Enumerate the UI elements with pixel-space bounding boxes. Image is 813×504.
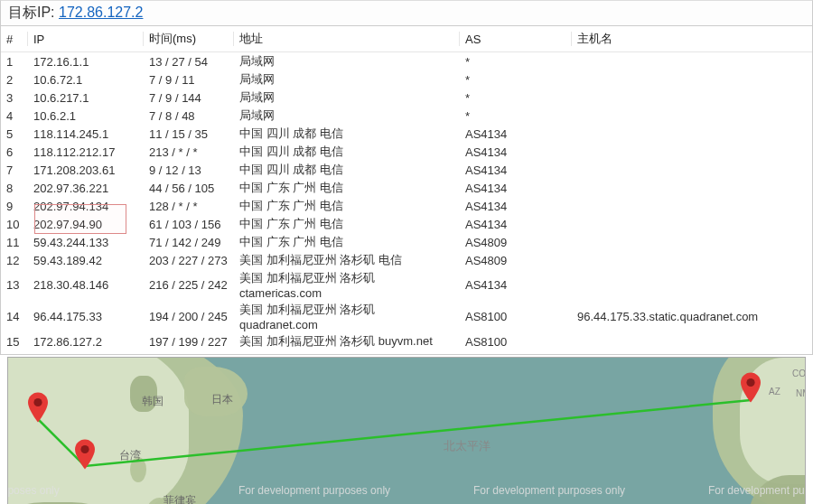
cell-ip: 59.43.189.42 bbox=[28, 251, 144, 269]
table-row[interactable]: 1172.16.1.113 / 27 / 54局域网* bbox=[1, 52, 812, 71]
table-row[interactable]: 310.6.217.17 / 9 / 144局域网* bbox=[1, 89, 812, 107]
cell-host bbox=[572, 125, 812, 143]
cell-n: 8 bbox=[1, 179, 28, 197]
table-row[interactable]: 9202.97.94.134128 / * / *中国 广东 广州 电信AS41… bbox=[1, 197, 812, 215]
col-header-as[interactable]: AS bbox=[460, 26, 572, 52]
cell-ip: 172.86.127.2 bbox=[28, 332, 144, 350]
cell-time: 194 / 200 / 245 bbox=[144, 301, 234, 332]
svg-point-1 bbox=[80, 445, 89, 453]
cell-addr: 美国 加利福尼亚州 洛杉矶 电信 bbox=[234, 251, 460, 269]
map-label-taiwan: 台湾 bbox=[119, 448, 141, 463]
cell-addr: 中国 广东 广州 电信 bbox=[234, 233, 460, 251]
cell-as: AS8100 bbox=[460, 301, 572, 332]
traceroute-table: # IP 时间(ms) 地址 AS 主机名 1172.16.1.113 / 27… bbox=[1, 26, 812, 350]
cell-time: 71 / 142 / 249 bbox=[144, 233, 234, 251]
cell-n: 1 bbox=[1, 52, 28, 71]
cell-time: 203 / 227 / 273 bbox=[144, 251, 234, 269]
cell-host bbox=[572, 251, 812, 269]
cell-time: 44 / 56 / 105 bbox=[144, 179, 234, 197]
traceroute-table-container: # IP 时间(ms) 地址 AS 主机名 1172.16.1.113 / 27… bbox=[0, 26, 813, 355]
cell-n: 15 bbox=[1, 332, 28, 350]
dev-text-3: For development purposes only bbox=[473, 484, 625, 497]
map-label-ph: 菲律宾 bbox=[164, 493, 196, 504]
cell-time: 9 / 12 / 13 bbox=[144, 161, 234, 179]
table-row[interactable]: 8202.97.36.22144 / 56 / 105中国 广东 广州 电信AS… bbox=[1, 179, 812, 197]
cell-host bbox=[572, 332, 812, 350]
col-header-host[interactable]: 主机名 bbox=[572, 26, 812, 52]
cell-n: 6 bbox=[1, 143, 28, 161]
cell-addr: 中国 四川 成都 电信 bbox=[234, 161, 460, 179]
table-row[interactable]: 10202.97.94.9061 / 103 / 156中国 广东 广州 电信A… bbox=[1, 215, 812, 233]
cell-host bbox=[572, 107, 812, 125]
cell-ip: 118.112.212.17 bbox=[28, 143, 144, 161]
cell-n: 11 bbox=[1, 233, 28, 251]
table-row[interactable]: 5118.114.245.111 / 15 / 35中国 四川 成都 电信AS4… bbox=[1, 125, 812, 143]
cell-as: AS4809 bbox=[460, 233, 572, 251]
cell-n: 13 bbox=[1, 269, 28, 301]
col-header-addr[interactable]: 地址 bbox=[234, 26, 460, 52]
cell-addr: 美国 加利福尼亚州 洛杉矶 ctamericas.com bbox=[234, 269, 460, 301]
cell-addr: 中国 四川 成都 电信 bbox=[234, 125, 460, 143]
map-marker-1[interactable] bbox=[28, 392, 48, 423]
cell-addr: 局域网 bbox=[234, 70, 460, 89]
table-row[interactable]: 210.6.72.17 / 9 / 11局域网* bbox=[1, 70, 812, 89]
table-row[interactable]: 1259.43.189.42203 / 227 / 273美国 加利福尼亚州 洛… bbox=[1, 251, 812, 269]
cell-n: 12 bbox=[1, 251, 28, 269]
cell-addr: 中国 广东 广州 电信 bbox=[234, 197, 460, 215]
cell-as: AS4809 bbox=[460, 251, 572, 269]
cell-as: AS4134 bbox=[460, 197, 572, 215]
cell-addr: 局域网 bbox=[234, 107, 460, 125]
cell-ip: 10.6.72.1 bbox=[28, 70, 144, 89]
cell-as: AS8100 bbox=[460, 332, 572, 350]
target-ip-link[interactable]: 172.86.127.2 bbox=[59, 5, 143, 20]
table-row[interactable]: 1496.44.175.33194 / 200 / 245美国 加利福尼亚州 洛… bbox=[1, 301, 812, 332]
cell-host bbox=[572, 89, 812, 107]
cell-as: AS4134 bbox=[460, 143, 572, 161]
table-row[interactable]: 6118.112.212.17213 / * / *中国 四川 成都 电信AS4… bbox=[1, 143, 812, 161]
table-row[interactable]: 7171.208.203.619 / 12 / 13中国 四川 成都 电信AS4… bbox=[1, 161, 812, 179]
cell-ip: 59.43.244.133 bbox=[28, 233, 144, 251]
cell-n: 14 bbox=[1, 301, 28, 332]
cell-host bbox=[572, 269, 812, 301]
dev-text-4: For development purp bbox=[708, 484, 806, 497]
route-map[interactable]: 韩国 日本 台湾 菲律宾 越南 泰国 海南 AZ NM CO 北太平洋 deve… bbox=[7, 357, 806, 504]
table-row[interactable]: 410.6.2.17 / 8 / 48局域网* bbox=[1, 107, 812, 125]
cell-time: 7 / 8 / 48 bbox=[144, 107, 234, 125]
svg-point-2 bbox=[746, 378, 754, 387]
cell-as: AS4134 bbox=[460, 125, 572, 143]
col-header-ip[interactable]: IP bbox=[28, 26, 144, 52]
cell-ip: 218.30.48.146 bbox=[28, 269, 144, 301]
col-header-time[interactable]: 时间(ms) bbox=[144, 26, 234, 52]
cell-as: AS4134 bbox=[460, 179, 572, 197]
cell-host bbox=[572, 233, 812, 251]
cell-time: 216 / 225 / 242 bbox=[144, 269, 234, 301]
table-row[interactable]: 15172.86.127.2197 / 199 / 227美国 加利福尼亚州 洛… bbox=[1, 332, 812, 350]
ocean-label: 北太平洋 bbox=[444, 438, 491, 454]
land-asia-inner bbox=[7, 357, 189, 504]
cell-time: 128 / * / * bbox=[144, 197, 234, 215]
cell-n: 7 bbox=[1, 161, 28, 179]
cell-as: * bbox=[460, 52, 572, 71]
target-bar: 目标IP: 172.86.127.2 bbox=[0, 0, 813, 26]
map-marker-3[interactable] bbox=[741, 372, 761, 403]
cell-n: 3 bbox=[1, 89, 28, 107]
map-marker-2[interactable] bbox=[75, 439, 95, 470]
dev-text-1: development purposes only bbox=[7, 484, 60, 497]
cell-time: 61 / 103 / 156 bbox=[144, 215, 234, 233]
cell-n: 4 bbox=[1, 107, 28, 125]
cell-host: 96.44.175.33.static.quadranet.com bbox=[572, 301, 812, 332]
cell-host bbox=[572, 70, 812, 89]
cell-addr: 局域网 bbox=[234, 89, 460, 107]
cell-as: AS4134 bbox=[460, 161, 572, 179]
cell-ip: 10.6.217.1 bbox=[28, 89, 144, 107]
dev-text-2: For development purposes only bbox=[238, 484, 390, 497]
cell-as: * bbox=[460, 107, 572, 125]
table-row[interactable]: 1159.43.244.13371 / 142 / 249中国 广东 广州 电信… bbox=[1, 233, 812, 251]
cell-host bbox=[572, 179, 812, 197]
table-row[interactable]: 13218.30.48.146216 / 225 / 242美国 加利福尼亚州 … bbox=[1, 269, 812, 301]
cell-host bbox=[572, 52, 812, 71]
cell-addr: 中国 广东 广州 电信 bbox=[234, 215, 460, 233]
cell-time: 11 / 15 / 35 bbox=[144, 125, 234, 143]
col-header-num[interactable]: # bbox=[1, 26, 28, 52]
cell-host bbox=[572, 161, 812, 179]
